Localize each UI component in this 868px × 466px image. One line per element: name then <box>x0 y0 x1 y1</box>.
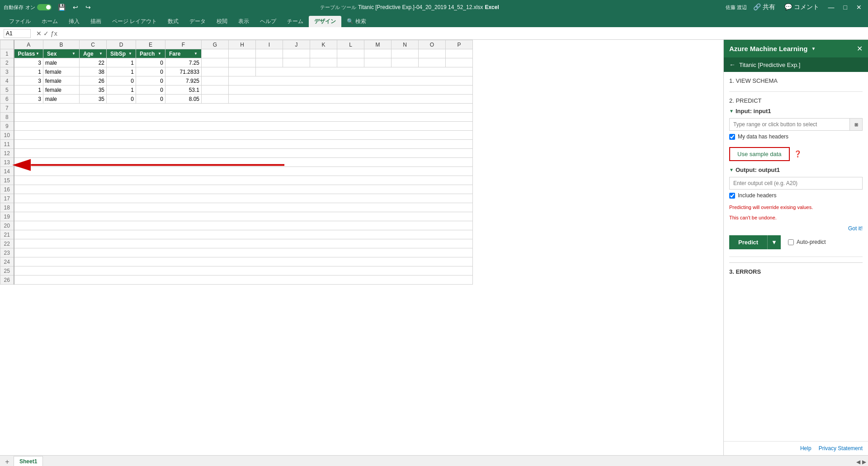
redo-icon[interactable]: ↪ <box>83 3 94 12</box>
cell-g3[interactable] <box>202 67 229 76</box>
cell-m2[interactable] <box>364 58 392 67</box>
col-header-g[interactable]: G <box>202 40 229 49</box>
include-headers-checkbox-label[interactable]: Include headers <box>729 192 863 199</box>
help-link[interactable]: Help <box>800 445 811 452</box>
sidebar-dropdown-icon[interactable]: ▼ <box>811 46 816 51</box>
sibsp-dropdown-icon[interactable]: ▼ <box>128 52 132 56</box>
cell-g1[interactable] <box>202 49 229 58</box>
cancel-formula-icon[interactable]: ✕ <box>36 30 42 37</box>
cell-o1[interactable] <box>419 49 446 58</box>
help-question-icon[interactable]: ❓ <box>794 150 802 157</box>
cell-f5[interactable]: 53.1 <box>165 86 202 95</box>
col-header-b[interactable]: B <box>43 40 80 49</box>
col-header-a[interactable]: A <box>14 40 43 49</box>
cell-c2[interactable]: 22 <box>80 58 107 67</box>
sex-dropdown-icon[interactable]: ▼ <box>72 52 75 56</box>
autosave-toggle[interactable]: 自動保存 オン <box>4 4 52 11</box>
cell-k1[interactable] <box>310 49 337 58</box>
my-data-headers-checkbox-label[interactable]: My data has headers <box>729 133 863 140</box>
col-header-l[interactable]: L <box>337 40 364 49</box>
tab-review[interactable]: 校閲 <box>211 16 233 27</box>
predict-button[interactable]: Predict <box>729 235 767 249</box>
cell-l1[interactable] <box>337 49 364 58</box>
fare-dropdown-icon[interactable]: ▼ <box>194 52 198 56</box>
header-fare[interactable]: Fare ▼ <box>165 49 202 58</box>
cell-d5[interactable]: 1 <box>107 86 136 95</box>
sidebar-close-button[interactable]: ✕ <box>857 44 863 53</box>
formula-input[interactable] <box>63 30 864 37</box>
cell-f2[interactable]: 7.25 <box>165 58 202 67</box>
confirm-formula-icon[interactable]: ✓ <box>43 30 49 37</box>
cell-b5[interactable]: female <box>43 86 80 95</box>
col-header-n[interactable]: N <box>392 40 419 49</box>
range-input[interactable] <box>729 118 850 131</box>
col-header-h[interactable]: H <box>229 40 256 49</box>
auto-predict-checkbox[interactable] <box>788 239 794 245</box>
col-header-p[interactable]: P <box>446 40 473 49</box>
minimize-button[interactable]: — <box>826 3 837 12</box>
col-header-j[interactable]: J <box>283 40 310 49</box>
col-header-m[interactable]: M <box>364 40 392 49</box>
tab-search[interactable]: 🔍 検索 <box>341 16 371 27</box>
cell-c6[interactable]: 35 <box>80 95 107 104</box>
cell-a4[interactable]: 3 <box>14 76 43 86</box>
tab-team[interactable]: チーム <box>282 16 309 27</box>
tab-help[interactable]: ヘルプ <box>255 16 282 27</box>
scroll-right-icon[interactable]: ▶ <box>862 459 866 465</box>
tab-draw[interactable]: 描画 <box>85 16 107 27</box>
include-headers-checkbox[interactable] <box>729 193 735 199</box>
insert-function-icon[interactable]: ƒx <box>51 30 57 37</box>
auto-predict-checkbox-label[interactable]: Auto-predict <box>788 239 826 245</box>
sheet-tab-sheet1[interactable]: Sheet1 <box>14 456 43 466</box>
cell-h3[interactable] <box>229 67 256 76</box>
cell-j2[interactable] <box>283 58 310 67</box>
tab-insert[interactable]: 挿入 <box>63 16 85 27</box>
cell-d2[interactable]: 1 <box>107 58 136 67</box>
cell-o2[interactable] <box>419 58 446 67</box>
cell-l2[interactable] <box>337 58 364 67</box>
header-pclass[interactable]: Pclass ▼ <box>14 49 43 58</box>
cell-g4[interactable] <box>202 76 229 86</box>
privacy-link[interactable]: Privacy Statement <box>819 445 863 452</box>
cell-f3[interactable]: 71.2833 <box>165 67 202 76</box>
close-button[interactable]: ✕ <box>854 3 864 12</box>
header-sibsp[interactable]: SibSp ▼ <box>107 49 136 58</box>
age-dropdown-icon[interactable]: ▼ <box>99 52 103 56</box>
pclass-dropdown-icon[interactable]: ▼ <box>36 52 39 56</box>
cell-p1[interactable] <box>446 49 473 58</box>
cell-b4[interactable]: female <box>43 76 80 86</box>
input-collapse-icon[interactable]: ▼ <box>729 109 734 114</box>
cell-i2[interactable] <box>256 58 283 67</box>
cell-j1[interactable] <box>283 49 310 58</box>
cell-g6[interactable] <box>202 95 229 104</box>
sidebar-back-nav[interactable]: ← Titanic [Predictive Exp.] <box>724 57 868 72</box>
autosave-switch[interactable] <box>37 4 52 10</box>
comment-button[interactable]: 💬 コメント <box>782 2 822 12</box>
cell-e4[interactable]: 0 <box>136 76 165 86</box>
cell-b3[interactable]: female <box>43 67 80 76</box>
cell-g5[interactable] <box>202 86 229 95</box>
cell-f4[interactable]: 7.925 <box>165 76 202 86</box>
cell-e6[interactable]: 0 <box>136 95 165 104</box>
predict-dropdown-button[interactable]: ▼ <box>767 235 781 249</box>
tab-formulas[interactable]: 数式 <box>162 16 184 27</box>
cell-e2[interactable]: 0 <box>136 58 165 67</box>
parch-dropdown-icon[interactable]: ▼ <box>158 52 161 56</box>
cell-n1[interactable] <box>392 49 419 58</box>
cell-e3[interactable]: 0 <box>136 67 165 76</box>
tab-view[interactable]: 表示 <box>233 16 255 27</box>
cell-e5[interactable]: 0 <box>136 86 165 95</box>
cell-a6[interactable]: 3 <box>14 95 43 104</box>
cell-g2[interactable] <box>202 58 229 67</box>
col-header-f[interactable]: F <box>165 40 202 49</box>
cell-c3[interactable]: 38 <box>80 67 107 76</box>
scroll-left-icon[interactable]: ◀ <box>856 459 860 465</box>
got-it-link[interactable]: Got it! <box>729 225 863 232</box>
cell-i1[interactable] <box>256 49 283 58</box>
range-select-button[interactable]: ⊞ <box>850 118 863 131</box>
tab-home[interactable]: ホーム <box>36 16 63 27</box>
cell-d6[interactable]: 0 <box>107 95 136 104</box>
cell-a5[interactable]: 1 <box>14 86 43 95</box>
col-header-o[interactable]: O <box>419 40 446 49</box>
spreadsheet-wrapper[interactable]: A B C D E F G H I J K L M N O <box>0 40 723 455</box>
